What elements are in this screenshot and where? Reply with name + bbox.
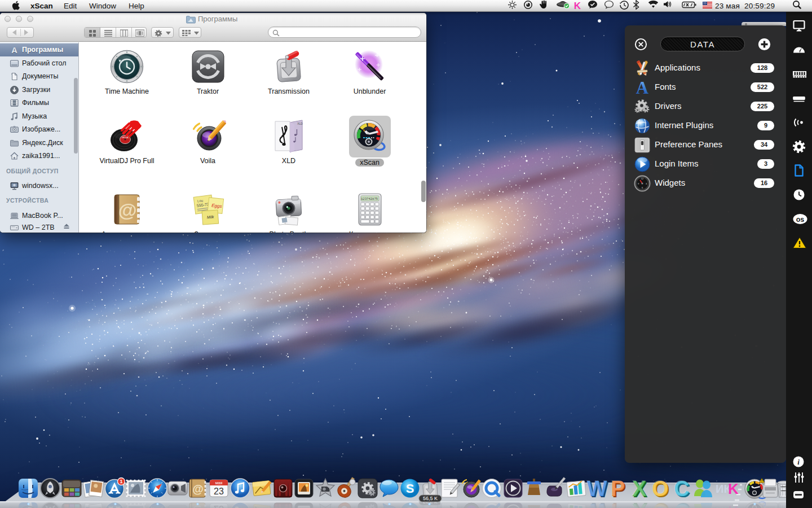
svg-text:@: @ <box>118 199 136 221</box>
svg-text:Eggs: Eggs <box>211 203 222 209</box>
svg-text:23: 23 <box>214 487 224 496</box>
svg-text:A: A <box>636 79 649 96</box>
svg-text:S: S <box>406 481 414 496</box>
svg-text:@: @ <box>192 483 204 495</box>
svg-text:@: @ <box>192 505 204 508</box>
svg-text:A: A <box>11 46 17 55</box>
svg-text:i: i <box>797 458 800 466</box>
svg-text:K: K <box>728 480 739 497</box>
svg-text:W: W <box>586 477 607 500</box>
svg-text:X: X <box>632 477 646 500</box>
svg-text:os: os <box>796 216 805 224</box>
svg-text:Lou: Lou <box>197 199 203 203</box>
svg-text:Milk: Milk <box>206 215 214 220</box>
svg-text:56,5 K: 56,5 K <box>423 496 438 501</box>
svg-text:1: 1 <box>120 479 122 484</box>
svg-text:23: 23 <box>214 504 224 508</box>
svg-text:12: 12 <box>641 177 644 180</box>
svg-text:XLD: XLD <box>297 122 303 125</box>
svg-text:P: P <box>610 477 624 500</box>
svg-text:O: O <box>651 477 668 500</box>
svg-text:C: C <box>673 477 689 500</box>
svg-text:мая: мая <box>215 481 223 485</box>
svg-text:123742875: 123742875 <box>361 197 378 201</box>
